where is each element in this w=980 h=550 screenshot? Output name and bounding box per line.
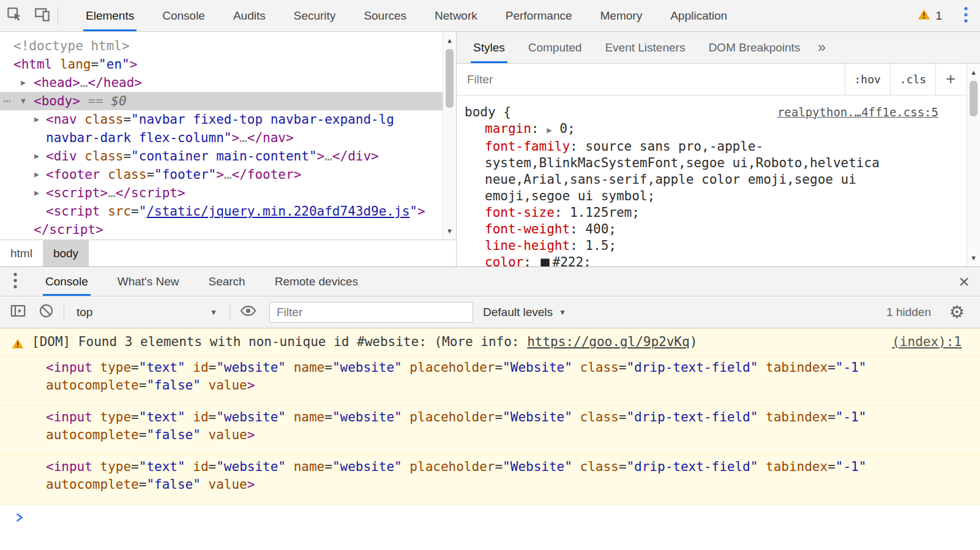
css-selector-line[interactable]: realpython.…4ff1e.css:5 body {: [465, 104, 980, 121]
device-toolbar-button[interactable]: [28, 0, 56, 31]
dom-node-container-div[interactable]: <div class="container main-content">…</d…: [0, 147, 443, 165]
chevron-down-icon: [210, 308, 217, 317]
log-levels-dropdown[interactable]: Default levels: [477, 306, 572, 319]
inspect-element-button[interactable]: [0, 0, 28, 31]
console-sidebar-icon: [10, 303, 26, 322]
drawer-menu-button[interactable]: [0, 267, 31, 296]
tab-performance[interactable]: Performance: [496, 0, 582, 31]
breadcrumb-html[interactable]: html: [0, 240, 43, 266]
issues-warning-badge[interactable]: 1: [918, 9, 942, 23]
source-location-link[interactable]: (index):1: [892, 333, 962, 351]
dom-node-nav[interactable]: <nav class="navbar fixed-top navbar-expa…: [0, 110, 443, 147]
css-property-color[interactable]: color: #222;: [465, 254, 980, 266]
css-property-margin[interactable]: margin: ▶ 0;: [465, 121, 980, 138]
styles-filter-input[interactable]: [467, 64, 845, 95]
script-src-link[interactable]: /static/jquery.min.220afd743d9e.js: [146, 204, 410, 219]
elements-panel: <!doctype html> <html lang="en"> <head>……: [0, 32, 456, 266]
prompt-chevron-icon: [15, 514, 23, 525]
new-style-rule-button[interactable]: +: [935, 64, 965, 95]
toggle-hover-state-button[interactable]: :hov: [845, 64, 890, 95]
stylesheet-source-link[interactable]: realpython.…4ff1e.css:5: [777, 104, 938, 121]
clear-console-button[interactable]: [32, 303, 60, 322]
kebab-menu-icon: [13, 273, 17, 291]
collapse-arrow-icon[interactable]: [21, 92, 26, 110]
console-settings-button[interactable]: [943, 304, 970, 321]
tab-memory[interactable]: Memory: [591, 0, 652, 31]
execution-context-selector[interactable]: top: [68, 306, 226, 319]
scrollbar-thumb[interactable]: [446, 49, 454, 108]
elements-scrollbar[interactable]: [443, 32, 456, 239]
tab-event-listeners[interactable]: Event Listeners: [596, 32, 694, 63]
toolbar-divider: [58, 7, 58, 24]
expand-arrow-icon[interactable]: [34, 110, 39, 129]
console-prompt[interactable]: [0, 505, 980, 526]
tab-console-drawer[interactable]: Console: [36, 267, 97, 296]
tab-security[interactable]: Security: [285, 0, 345, 31]
dom-node-doctype[interactable]: <!doctype html>: [0, 37, 443, 55]
css-rule-body: realpython.…4ff1e.css:5 body { margin: ▶…: [457, 96, 980, 266]
console-warning-message[interactable]: (index):1 [DOM] Found 3 elements with no…: [0, 328, 980, 356]
tab-sources[interactable]: Sources: [354, 0, 416, 31]
console-drawer: Console What's New Search Remote devices…: [0, 266, 980, 550]
console-logged-element[interactable]: <input type="text" id="website" name="we…: [0, 405, 980, 455]
tab-audits[interactable]: Audits: [224, 0, 275, 31]
live-expression-button[interactable]: [234, 303, 262, 322]
scroll-down-icon[interactable]: [443, 225, 456, 237]
dom-tree: <!doctype html> <html lang="en"> <head>……: [0, 32, 443, 239]
expand-arrow-icon[interactable]: [21, 73, 26, 92]
dom-node-script-src[interactable]: <script src="/static/jquery.min.220afd74…: [0, 202, 443, 220]
scrollbar-thumb[interactable]: [970, 81, 978, 116]
eye-icon: [239, 303, 257, 322]
tab-styles[interactable]: Styles: [465, 32, 514, 63]
dom-node-head[interactable]: <head>…</head>: [0, 73, 443, 92]
dom-node-script-inline[interactable]: <script>…</script>: [0, 184, 443, 202]
sidebar-tabs: Styles Computed Event Listeners DOM Brea…: [457, 32, 980, 64]
device-toolbar-icon: [34, 6, 51, 25]
styles-scrollbar[interactable]: [967, 64, 980, 266]
devtools-menu-button[interactable]: [952, 7, 980, 25]
tab-whats-new[interactable]: What's New: [108, 267, 189, 296]
breadcrumb: html body: [0, 239, 456, 266]
more-actions-icon[interactable]: [3, 92, 10, 110]
dom-node-html[interactable]: <html lang="en">: [0, 55, 443, 73]
dom-node-body-selected[interactable]: <body> == $0: [0, 92, 443, 110]
console-logged-element[interactable]: <input type="text" id="website" name="we…: [0, 455, 980, 505]
console-logged-element[interactable]: <input type="text" id="website" name="we…: [0, 356, 980, 405]
tab-network[interactable]: Network: [425, 0, 487, 31]
expand-arrow-icon[interactable]: [34, 184, 39, 202]
expand-arrow-icon[interactable]: [34, 165, 39, 184]
dom-node-footer[interactable]: <footer class="footer">…</footer>: [0, 165, 443, 184]
tab-remote-devices[interactable]: Remote devices: [266, 267, 367, 296]
expand-arrow-icon[interactable]: [34, 147, 39, 165]
scroll-down-icon[interactable]: [967, 252, 980, 264]
tab-console[interactable]: Console: [153, 0, 214, 31]
toolbar-divider: [230, 304, 230, 321]
more-info-link[interactable]: https://goo.gl/9p2vKq: [527, 334, 690, 349]
toolbar-divider: [64, 304, 64, 321]
close-drawer-button[interactable]: [948, 267, 980, 296]
console-filter-input[interactable]: [269, 302, 473, 323]
breadcrumb-body[interactable]: body: [43, 240, 89, 266]
drawer-tabs: Console What's New Search Remote devices: [0, 267, 980, 296]
scroll-up-icon[interactable]: [443, 34, 456, 47]
css-property-font-weight[interactable]: font-weight: 400;: [465, 221, 980, 238]
inspect-cursor-icon: [6, 6, 23, 25]
tab-elements[interactable]: Elements: [77, 0, 143, 31]
scroll-up-icon[interactable]: [967, 66, 980, 78]
dom-node-script-close[interactable]: </script>: [0, 220, 443, 239]
tab-dom-breakpoints[interactable]: DOM Breakpoints: [700, 32, 809, 63]
tab-computed[interactable]: Computed: [520, 32, 591, 63]
more-tabs-icon[interactable]: [812, 32, 832, 63]
tab-search[interactable]: Search: [199, 267, 254, 296]
styles-filter-bar: :hov .cls +: [457, 64, 980, 96]
warning-triangle-icon: [12, 336, 24, 354]
toggle-classes-button[interactable]: .cls: [890, 64, 935, 95]
tab-application[interactable]: Application: [661, 0, 736, 31]
css-property-font-size[interactable]: font-size: 1.125rem;: [465, 205, 980, 221]
console-sidebar-toggle-button[interactable]: [4, 303, 32, 322]
css-property-font-family[interactable]: font-family: source sans pro,-apple-syst…: [465, 138, 980, 205]
top-bar-right: 1: [918, 0, 980, 31]
clear-console-icon: [38, 303, 54, 322]
levels-label: Default levels: [483, 306, 553, 319]
css-property-line-height[interactable]: line-height: 1.5;: [465, 238, 980, 254]
